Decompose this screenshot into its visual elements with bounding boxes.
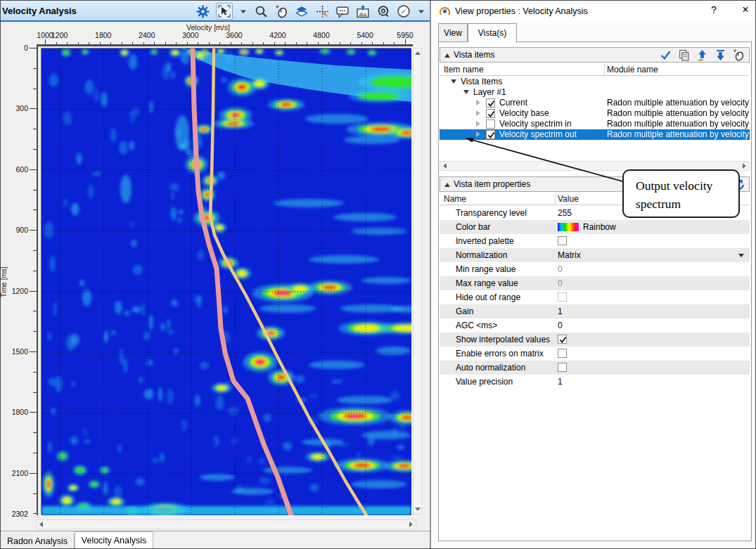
tree-item-velocity-spectrim-in[interactable]: Velocity spectrim inRadon multiple atten… xyxy=(440,119,750,129)
dropdown-caret-icon[interactable] xyxy=(417,4,425,18)
property-row-gain: Gain1 xyxy=(440,304,750,318)
settings-gear-icon[interactable] xyxy=(196,4,210,18)
velocity-tick-label: 3000 xyxy=(175,31,206,39)
export-image-icon[interactable] xyxy=(356,4,370,18)
scroll-right-icon[interactable] xyxy=(409,522,413,527)
vista-items-section-header[interactable]: Vista items xyxy=(440,47,750,63)
property-row-hide-out-of-range: Hide out of range xyxy=(440,290,750,304)
property-value[interactable]: 255 xyxy=(558,206,572,220)
panel-title: Velocity Analysis xyxy=(2,6,77,16)
property-row-agc-ms-: AGC <ms>0 xyxy=(440,318,750,332)
property-checkbox[interactable] xyxy=(558,236,567,245)
expander-closed-icon[interactable] xyxy=(476,110,480,116)
velocity-tick-label: 5950 xyxy=(390,31,421,39)
property-row-auto-normalization: Auto normalization xyxy=(440,361,750,375)
dialog-help-button[interactable]: ? xyxy=(707,4,721,18)
mouse-tool-icon[interactable] xyxy=(274,4,288,18)
property-name: Gain xyxy=(456,304,473,318)
dialog-titlebar: View properties : Velocity Analysis ? × xyxy=(431,1,756,22)
zoom-icon[interactable] xyxy=(254,4,268,18)
dropdown-caret-icon[interactable] xyxy=(239,4,248,18)
select-mode-icon[interactable] xyxy=(216,3,233,20)
tab-radon-analysis[interactable]: Radon Analysis xyxy=(1,533,75,549)
property-row-color-bar: Color barRainbow xyxy=(440,220,750,234)
property-row-show-interpolated-values: Show interpolated values xyxy=(440,332,750,347)
scroll-left-icon[interactable] xyxy=(443,163,447,169)
pick-crosshair-icon[interactable] xyxy=(315,4,329,18)
property-checkbox[interactable] xyxy=(558,363,567,372)
velocity-spectrum-plot[interactable] xyxy=(41,48,411,515)
tree-item-layer-1[interactable]: Layer #1 xyxy=(440,87,750,98)
item-label: Layer #1 xyxy=(473,87,506,98)
scroll-up-icon[interactable] xyxy=(415,51,421,55)
item-module-name: Radon multiple attenuation by velocity xyxy=(607,108,749,119)
rainbow-colorbar-swatch[interactable] xyxy=(558,223,579,231)
tab-vistas[interactable]: Vista(s) xyxy=(468,23,517,43)
scale-1to1-icon[interactable] xyxy=(376,4,390,18)
property-name: Transparency level xyxy=(456,206,527,220)
view-properties-dialog: View properties : Velocity Analysis ? × … xyxy=(430,1,756,549)
property-row-enable-errors-on-matrix: Enable errors on matrix xyxy=(440,347,750,361)
property-row-max-range-value: Max range value0 xyxy=(440,276,750,290)
property-checkbox[interactable] xyxy=(558,335,567,344)
expander-closed-icon[interactable] xyxy=(476,131,480,137)
property-checkbox[interactable] xyxy=(558,349,567,358)
velocity-tick-label: 3600 xyxy=(219,31,250,39)
apply-check-icon[interactable] xyxy=(660,49,672,61)
item-checkbox[interactable] xyxy=(486,109,495,118)
dropdown-caret-icon[interactable] xyxy=(738,254,744,257)
velocity-tick-label: 1800 xyxy=(88,31,119,39)
item-checkbox[interactable] xyxy=(486,130,495,139)
tree-column-header[interactable]: Item name Module name xyxy=(440,64,750,76)
property-value[interactable]: 1 xyxy=(558,304,563,318)
plot-horizontal-scrollbar[interactable] xyxy=(36,519,416,529)
expander-closed-icon[interactable] xyxy=(476,121,480,127)
layers-icon[interactable] xyxy=(295,4,309,18)
tree-item-velocity-base[interactable]: Velocity baseRadon multiple attenuation … xyxy=(440,108,750,119)
property-name: Normalization xyxy=(456,248,507,262)
property-dropdown-value[interactable]: Matrix xyxy=(558,248,581,262)
time-tick-label: 2100 xyxy=(4,469,28,477)
property-name: Show interpolated values xyxy=(456,332,550,347)
expander-open-icon[interactable] xyxy=(463,90,469,94)
expander-open-icon[interactable] xyxy=(451,79,456,84)
time-tick-label: 1800 xyxy=(4,408,28,416)
property-row-value-precision: Value precision1 xyxy=(440,375,750,389)
move-up-icon[interactable] xyxy=(696,49,708,61)
property-value: 0 xyxy=(558,262,563,276)
time-tick-label: 1500 xyxy=(4,347,28,356)
panel-titlebar: Velocity Analysis xyxy=(1,1,430,22)
property-row-inverted-palette: Inverted palette xyxy=(440,234,750,248)
scroll-down-icon[interactable] xyxy=(415,508,421,511)
dialog-close-button[interactable]: × xyxy=(738,4,753,19)
item-checkbox[interactable] xyxy=(486,98,495,108)
item-checkbox[interactable] xyxy=(486,120,495,129)
tab-view[interactable]: View xyxy=(438,23,468,42)
property-value[interactable]: 0 xyxy=(558,318,563,332)
plot-vertical-scrollbar[interactable] xyxy=(413,48,422,515)
expander-closed-icon[interactable] xyxy=(476,100,480,105)
comments-icon[interactable] xyxy=(335,4,350,18)
mouse-select-icon[interactable] xyxy=(733,49,745,61)
item-label: Velocity spectrim out xyxy=(499,129,577,140)
view-tabbar: Radon Analysis Velocity Analysis xyxy=(1,531,430,549)
compass-icon[interactable] xyxy=(397,4,411,18)
tree-item-current[interactable]: CurrentRadon multiple attenuation by vel… xyxy=(440,98,750,108)
tree-item-vista-items[interactable]: Vista Items xyxy=(440,77,750,87)
dialog-title: View properties : Velocity Analysis xyxy=(455,6,588,16)
item-label: Velocity spectrim in xyxy=(499,119,572,129)
velocity-axis-line xyxy=(38,44,413,46)
radexpro-logo-icon xyxy=(439,6,451,19)
velocity-tick-label: 4200 xyxy=(262,31,293,39)
property-row-normalization: NormalizationMatrix xyxy=(440,248,750,262)
tab-velocity-analysis[interactable]: Velocity Analysis xyxy=(75,531,153,549)
scroll-right-icon[interactable] xyxy=(743,163,746,169)
time-tick-label: 1200 xyxy=(4,287,28,295)
scroll-left-icon[interactable] xyxy=(39,522,43,527)
copy-items-icon[interactable] xyxy=(678,49,690,61)
property-name: Color bar xyxy=(456,220,490,234)
velocity-tick-label: 2400 xyxy=(132,31,162,39)
tree-item-velocity-spectrim-out[interactable]: Velocity spectrim outRadon multiple atte… xyxy=(440,129,750,140)
property-value[interactable]: 1 xyxy=(558,375,563,389)
move-down-icon[interactable] xyxy=(715,49,726,61)
